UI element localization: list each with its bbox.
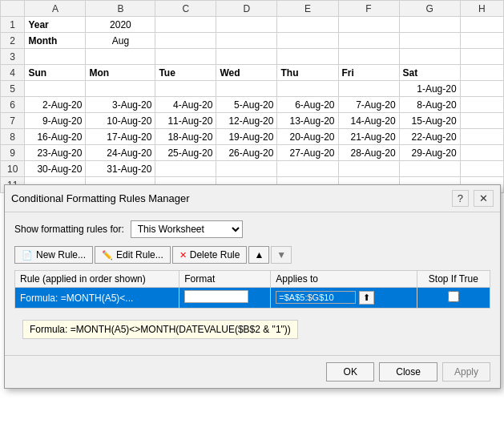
cell-3-3[interactable] [216,49,277,65]
cell-5-2[interactable] [155,81,216,97]
cell-6-6[interactable]: 8-Aug-20 [399,97,460,113]
cell-8-7[interactable] [460,129,503,145]
cell-8-2[interactable]: 18-Aug-20 [155,129,216,145]
row-header-9: 9 [1,145,25,161]
row-header-3: 3 [1,49,25,65]
cell-6-5[interactable]: 7-Aug-20 [338,97,399,113]
cell-1-4[interactable] [277,17,338,33]
row-header-7: 7 [1,113,25,129]
cell-6-4[interactable]: 6-Aug-20 [277,97,338,113]
cell-2-2[interactable] [155,33,216,49]
cell-10-3[interactable] [216,161,277,177]
cell-3-1[interactable] [86,49,155,65]
cell-7-5[interactable]: 14-Aug-20 [338,113,399,129]
cell-5-5[interactable] [338,81,399,97]
cell-10-0[interactable]: 30-Aug-20 [25,161,86,177]
cell-8-3[interactable]: 19-Aug-20 [216,129,277,145]
col-header-e[interactable]: E [277,1,338,17]
cell-2-1[interactable]: Aug [86,33,155,49]
row-header-10: 10 [1,161,25,177]
cell-9-4[interactable]: 27-Aug-20 [277,145,338,161]
cell-10-4[interactable] [277,161,338,177]
cell-10-5[interactable] [338,161,399,177]
cell-8-6[interactable]: 22-Aug-20 [399,129,460,145]
cell-9-7[interactable] [460,145,503,161]
col-header-h[interactable]: H [460,1,503,17]
cell-8-4[interactable]: 20-Aug-20 [277,129,338,145]
col-header-b[interactable]: B [86,1,155,17]
cell-6-2[interactable]: 4-Aug-20 [155,97,216,113]
cell-7-7[interactable] [460,113,503,129]
cell-4-1[interactable]: Mon [86,65,155,81]
col-header-g[interactable]: G [399,1,460,17]
cell-7-1[interactable]: 10-Aug-20 [86,113,155,129]
cell-10-7[interactable] [460,161,503,177]
cell-3-5[interactable] [338,49,399,65]
row-header-8: 8 [1,129,25,145]
cell-5-0[interactable] [25,81,86,97]
cell-1-7[interactable] [460,17,503,33]
cell-8-5[interactable]: 21-Aug-20 [338,129,399,145]
cell-3-4[interactable] [277,49,338,65]
dialog-close-button[interactable]: ✕ [474,190,494,193]
cell-2-3[interactable] [216,33,277,49]
cell-3-7[interactable] [460,49,503,65]
cell-6-0[interactable]: 2-Aug-20 [25,97,86,113]
cell-9-2[interactable]: 25-Aug-20 [155,145,216,161]
cell-1-6[interactable] [399,17,460,33]
cell-2-4[interactable] [277,33,338,49]
cell-1-1[interactable]: 2020 [86,17,155,33]
cell-7-2[interactable]: 11-Aug-20 [155,113,216,129]
spreadsheet: A B C D E F G H 1Year20202MonthAug34SunM… [0,0,504,193]
col-header-d[interactable]: D [216,1,277,17]
cell-2-5[interactable] [338,33,399,49]
cell-4-0[interactable]: Sun [25,65,86,81]
cell-2-7[interactable] [460,33,503,49]
cell-7-0[interactable]: 9-Aug-20 [25,113,86,129]
cell-9-1[interactable]: 24-Aug-20 [86,145,155,161]
cell-3-0[interactable] [25,49,86,65]
dialog-title: Conditional Formatting Rules Manager [11,192,190,193]
cell-5-7[interactable] [460,81,503,97]
cell-5-4[interactable] [277,81,338,97]
cell-1-3[interactable] [216,17,277,33]
cell-9-5[interactable]: 28-Aug-20 [338,145,399,161]
cell-8-1[interactable]: 17-Aug-20 [86,129,155,145]
cell-2-0[interactable]: Month [25,33,86,49]
row-header-6: 6 [1,97,25,113]
cell-6-1[interactable]: 3-Aug-20 [86,97,155,113]
cell-7-3[interactable]: 12-Aug-20 [216,113,277,129]
cell-1-5[interactable] [338,17,399,33]
cell-8-0[interactable]: 16-Aug-20 [25,129,86,145]
dialog-help-button[interactable]: ? [452,190,469,193]
cell-2-6[interactable] [399,33,460,49]
cell-4-6[interactable]: Sat [399,65,460,81]
cell-6-3[interactable]: 5-Aug-20 [216,97,277,113]
cell-9-6[interactable]: 29-Aug-20 [399,145,460,161]
cell-4-7[interactable] [460,65,503,81]
col-header-c[interactable]: C [155,1,216,17]
cell-10-1[interactable]: 31-Aug-20 [86,161,155,177]
cell-3-6[interactable] [399,49,460,65]
col-header-f[interactable]: F [338,1,399,17]
cell-5-3[interactable] [216,81,277,97]
cell-5-6[interactable]: 1-Aug-20 [399,81,460,97]
cell-4-5[interactable]: Fri [338,65,399,81]
cell-7-6[interactable]: 15-Aug-20 [399,113,460,129]
cell-6-7[interactable] [460,97,503,113]
cell-9-3[interactable]: 26-Aug-20 [216,145,277,161]
cell-9-0[interactable]: 23-Aug-20 [25,145,86,161]
cell-1-0[interactable]: Year [25,17,86,33]
cell-4-3[interactable]: Wed [216,65,277,81]
cell-4-4[interactable]: Thu [277,65,338,81]
col-header-a[interactable]: A [25,1,86,17]
cell-5-1[interactable] [86,81,155,97]
cell-3-2[interactable] [155,49,216,65]
cell-1-2[interactable] [155,17,216,33]
dialog-titlebar: Conditional Formatting Rules Manager ? ✕ [5,185,500,193]
cell-10-2[interactable] [155,161,216,177]
row-header-5: 5 [1,81,25,97]
cell-10-6[interactable] [399,161,460,177]
cell-4-2[interactable]: Tue [155,65,216,81]
cell-7-4[interactable]: 13-Aug-20 [277,113,338,129]
